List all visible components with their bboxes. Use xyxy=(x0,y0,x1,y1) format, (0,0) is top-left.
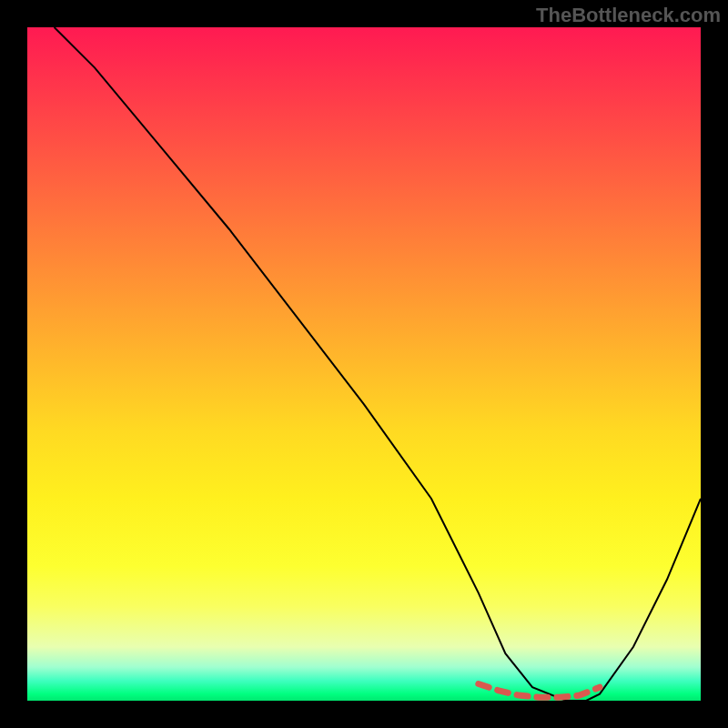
plot-area xyxy=(27,27,701,701)
watermark-text: TheBottleneck.com xyxy=(536,4,721,27)
chart-container: TheBottleneck.com xyxy=(0,0,728,728)
curve-layer xyxy=(27,27,701,701)
main-curve-path xyxy=(55,27,701,701)
